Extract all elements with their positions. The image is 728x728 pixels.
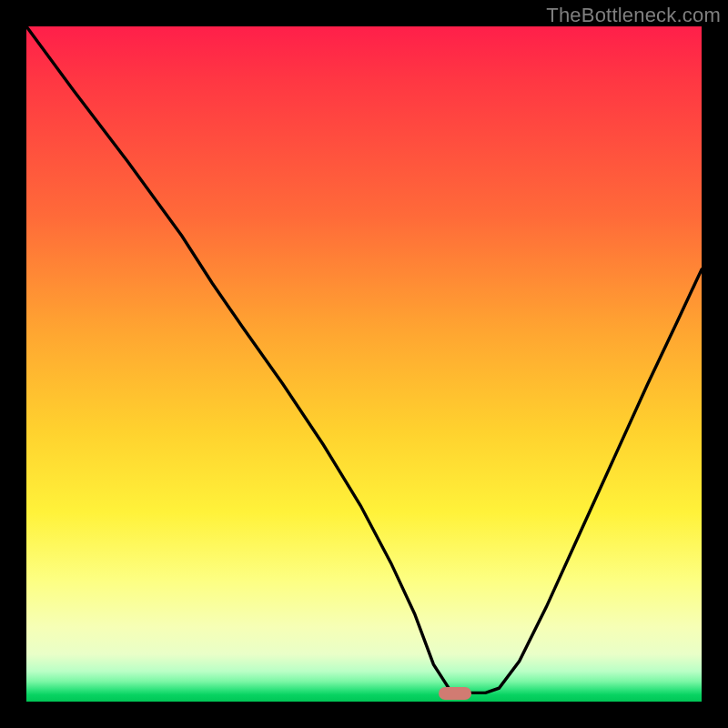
curve-path [26,26,702,693]
chart-frame: TheBottleneck.com [0,0,728,728]
bottleneck-curve [26,26,702,702]
plot-area [26,26,702,702]
watermark-text: TheBottleneck.com [546,4,721,27]
